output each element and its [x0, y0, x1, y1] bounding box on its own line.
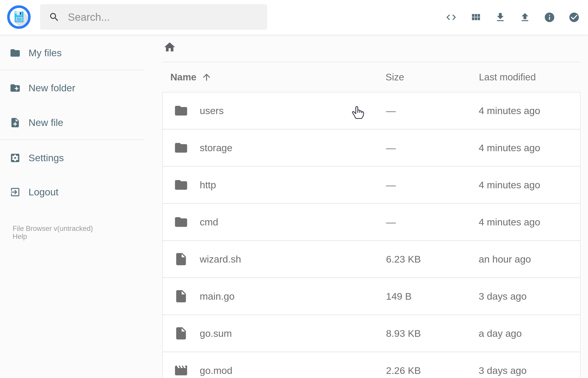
file-name: go.sum: [200, 315, 232, 351]
file-size: —: [386, 167, 396, 203]
file-name: wizard.sh: [200, 241, 241, 277]
sidebar-item-logout[interactable]: Logout: [0, 181, 144, 203]
breadcrumb-home-button[interactable]: [163, 41, 176, 54]
file-name: main.go: [200, 278, 235, 314]
file-size: 8.93 KB: [386, 315, 421, 351]
file-row[interactable]: wizard.sh 6.23 KB an hour ago: [163, 241, 580, 278]
breadcrumb-divider: [162, 62, 580, 62]
folder-icon: [174, 140, 188, 155]
filebrowser-app: My files New folder New file Settings: [0, 0, 588, 378]
file-modified: 4 minutes ago: [479, 204, 540, 240]
sidebar-item-label: New file: [28, 117, 63, 128]
sidebar-item-label: Logout: [28, 187, 58, 198]
file-row[interactable]: main.go 149 B 3 days ago: [163, 278, 580, 315]
folder-icon: [174, 103, 188, 118]
sidebar-item-label: My files: [28, 47, 62, 58]
file-row[interactable]: users — 4 minutes ago: [163, 93, 580, 130]
file-modified: 4 minutes ago: [479, 93, 540, 129]
info-icon: [544, 12, 555, 23]
file-row[interactable]: http — 4 minutes ago: [163, 167, 580, 204]
file-row[interactable]: go.sum 8.93 KB a day ago: [163, 315, 580, 352]
app-version-text: File Browser v(untracked): [13, 225, 93, 232]
file-icon: [174, 289, 188, 304]
file-row[interactable]: cmd — 4 minutes ago: [163, 204, 580, 241]
file-row[interactable]: go.mod 2.26 KB 3 days ago: [163, 352, 580, 378]
grid-view-button[interactable]: [470, 12, 481, 23]
sidebar-item-label: Settings: [28, 152, 64, 163]
search-input[interactable]: [67, 11, 267, 24]
info-button[interactable]: [544, 12, 555, 23]
file-modified: a day ago: [479, 315, 522, 351]
sidebar-divider: [0, 140, 144, 140]
code-icon: [445, 12, 457, 23]
column-header-name[interactable]: Name: [170, 71, 212, 83]
file-modified: an hour ago: [479, 241, 531, 277]
file-name: go.mod: [200, 352, 232, 378]
file-modified: 4 minutes ago: [479, 130, 540, 166]
folder-plus-icon: [10, 82, 21, 94]
settings-gear-icon: [10, 152, 21, 163]
folder-icon: [10, 47, 21, 58]
raw-code-view-button[interactable]: [445, 12, 457, 23]
help-link[interactable]: Help: [13, 232, 93, 241]
sort-ascending-arrow-icon: [201, 72, 212, 82]
file-name: users: [200, 93, 224, 129]
filebrowser-logo-icon: [7, 5, 31, 29]
file-icon: [174, 252, 188, 266]
select-multiple-button[interactable]: [568, 12, 580, 23]
top-bar: [0, 0, 588, 35]
file-list: users — 4 minutes ago storage —: [162, 92, 580, 378]
column-header-size-label: Size: [386, 72, 404, 83]
file-name: storage: [200, 130, 232, 166]
file-size: —: [386, 204, 396, 240]
file-name: cmd: [200, 204, 218, 240]
file-name: http: [200, 167, 216, 203]
check-circle-icon: [568, 12, 580, 23]
file-icon: [174, 326, 188, 341]
file-modified: 4 minutes ago: [479, 167, 540, 203]
column-header-modified-label: Last modified: [479, 72, 536, 83]
file-plus-icon: [10, 117, 21, 128]
file-size: 6.23 KB: [386, 241, 421, 277]
column-header-size[interactable]: Size: [386, 71, 404, 83]
logout-icon: [10, 187, 21, 198]
sidebar-footer: File Browser v(untracked) Help: [13, 225, 93, 241]
home-icon: [163, 41, 176, 54]
view-grid-icon: [470, 12, 481, 23]
sidebar-item-label: New folder: [28, 82, 75, 94]
sidebar-item-new-file[interactable]: New file: [0, 111, 144, 134]
header-actions: [432, 12, 580, 23]
file-modified: 3 days ago: [479, 278, 526, 314]
sidebar-divider: [0, 70, 144, 70]
upload-icon: [519, 12, 531, 23]
sidebar-item-settings[interactable]: Settings: [0, 147, 144, 169]
file-row[interactable]: storage — 4 minutes ago: [163, 130, 580, 167]
file-modified: 3 days ago: [479, 352, 526, 378]
sidebar-item-new-folder[interactable]: New folder: [0, 77, 144, 99]
download-icon: [495, 12, 506, 23]
search-icon: [49, 12, 60, 23]
file-size: —: [386, 93, 396, 129]
file-size: 149 B: [386, 278, 412, 314]
sidebar-item-my-files[interactable]: My files: [0, 41, 144, 64]
upload-button[interactable]: [519, 12, 531, 23]
folder-icon: [174, 178, 188, 192]
column-header-modified[interactable]: Last modified: [479, 71, 536, 83]
file-size: —: [386, 130, 396, 166]
folder-icon: [174, 215, 188, 229]
column-header-name-label: Name: [170, 72, 196, 83]
download-button[interactable]: [495, 12, 506, 23]
movie-icon: [174, 363, 188, 378]
search-bar[interactable]: [40, 4, 267, 30]
file-size: 2.26 KB: [386, 352, 421, 378]
